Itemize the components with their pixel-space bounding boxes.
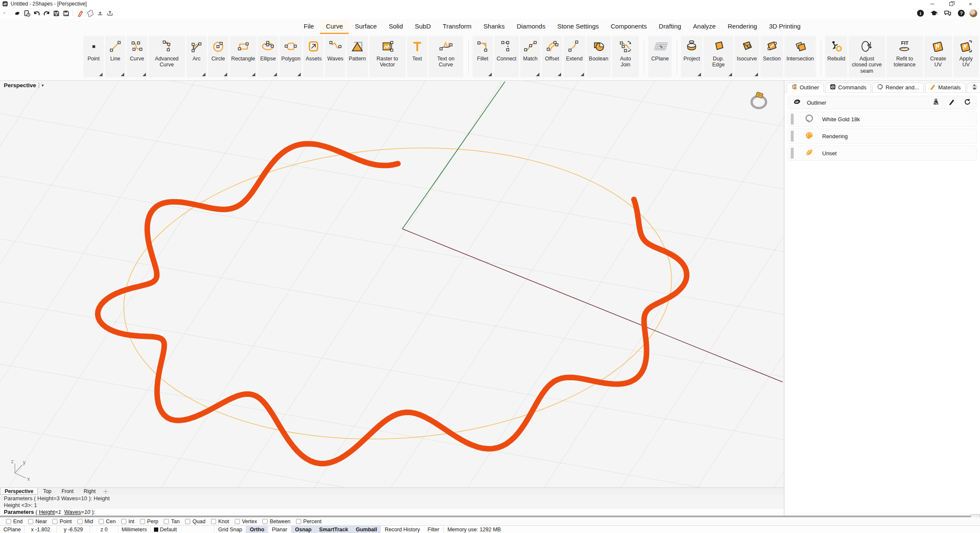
status-toggle-osnap[interactable]: Osnap [291, 526, 315, 533]
academy-icon[interactable] [930, 9, 938, 17]
menu-tab-subd[interactable]: SubD [409, 20, 437, 34]
toolbar-button-match[interactable]: Match [520, 36, 541, 77]
panel-tab-materials[interactable]: Materials [925, 83, 966, 92]
toolbar-button-extend[interactable]: Extend [564, 36, 585, 77]
user-avatar[interactable] [969, 9, 977, 17]
toolbar-button-curve[interactable]: Curve [127, 36, 147, 77]
status-toggle-filter[interactable]: Filter [424, 526, 443, 533]
osnap-toggle-knot[interactable]: Knot [211, 519, 229, 524]
toolbar-button-section[interactable]: Section [761, 36, 783, 77]
menu-tab-diamonds[interactable]: Diamonds [511, 20, 552, 34]
osnap-toggle-int[interactable]: Int [121, 519, 134, 524]
toolbar-button-text-on-curve[interactable]: AaText on Curve [429, 36, 463, 77]
save-icon[interactable] [52, 9, 60, 17]
menu-tab-curve[interactable]: Curve [320, 20, 349, 34]
osnap-toggle-vertex[interactable]: Vertex [235, 519, 257, 524]
menu-tab-components[interactable]: Components [605, 20, 653, 34]
panel-tab-outliner[interactable]: Outliner [786, 83, 824, 92]
prompt-option-height[interactable]: Height [39, 509, 55, 515]
toolbar-button-isocurve[interactable]: Isocurve [735, 36, 759, 77]
stamp-icon[interactable] [86, 9, 94, 17]
checkbox-unchecked[interactable] [52, 519, 57, 524]
status-cell-default[interactable]: Default [151, 526, 214, 533]
toolbar-button-create-uv[interactable]: Create UV [924, 36, 952, 77]
checkbox-unchecked[interactable] [262, 519, 268, 524]
osnap-toggle-cen[interactable]: Cen [99, 519, 116, 524]
toolbar-button-apply-uv[interactable]: Apply UV [953, 36, 979, 77]
toolbar-button-pattern[interactable]: Pattern [347, 36, 368, 77]
info-icon[interactable]: i [917, 9, 924, 17]
viewport-tab-front[interactable]: Front [57, 488, 79, 495]
toolbar-button-offset[interactable]: Offset [542, 36, 562, 77]
menu-tab-rendering[interactable]: Rendering [722, 20, 763, 34]
checkbox-unchecked[interactable] [185, 519, 190, 524]
osnap-toggle-end[interactable]: End [6, 519, 23, 524]
toolbar-button-text[interactable]: Text [407, 36, 427, 77]
osnap-toggle-mid[interactable]: Mid [77, 519, 93, 524]
chat-icon[interactable] [944, 9, 952, 17]
weight-icon[interactable]: Kg [932, 98, 940, 107]
toolbar-button-auto-join[interactable]: Auto Join [612, 36, 639, 77]
status-cell-cplane[interactable]: CPlane [0, 526, 25, 533]
viewport-tab-perspective[interactable]: Perspective [0, 488, 38, 495]
undo-icon[interactable] [33, 9, 41, 17]
toolbar-button-arc[interactable]: Arc [186, 36, 207, 77]
menu-tab-transform[interactable]: Transform [437, 20, 478, 34]
toolbar-button-fillet[interactable]: Fillet [473, 36, 493, 77]
checkbox-unchecked[interactable] [140, 519, 145, 524]
panel-tab-render-and[interactable]: Render and... [872, 83, 924, 92]
menu-tab-file[interactable]: File [298, 20, 320, 34]
status-toggle-smarttrack[interactable]: SmartTrack [315, 526, 352, 533]
menu-tab-drafting[interactable]: Drafting [653, 20, 687, 34]
checkbox-unchecked[interactable] [99, 519, 104, 524]
command-prompt-input[interactable]: Parameters ( Height=1 Waves=10 ): [0, 509, 784, 516]
material-row-rendering[interactable]: Rendering [788, 128, 977, 144]
toolbar-button-advanced-curve[interactable]: Advanced Curve [148, 36, 185, 77]
osnap-toggle-between[interactable]: Between [262, 519, 291, 524]
osnap-toggle-perp[interactable]: Perp [140, 519, 158, 524]
toolbar-button-dup-edge[interactable]: Dup. Edge [704, 36, 733, 77]
toolbar-button-cplane[interactable]: CPlane [648, 36, 672, 77]
panel-tab-commands[interactable]: Commands [825, 83, 871, 92]
toolbar-button-boolean[interactable]: Boolean [587, 36, 611, 77]
menu-tab-3d-printing[interactable]: 3D Printing [763, 20, 806, 34]
toolbar-button-rectangle[interactable]: Rectangle [230, 36, 256, 77]
minimize-button[interactable] [923, 0, 942, 8]
material-row-unset[interactable]: Unset [788, 145, 977, 161]
refresh-icon[interactable] [964, 98, 971, 107]
toolbar-button-circle[interactable]: Circle [208, 36, 228, 77]
checkbox-unchecked[interactable] [211, 519, 216, 524]
toolbar-close-icon[interactable]: × [1, 10, 7, 16]
toolbar-button-connect[interactable]: Connect [494, 36, 519, 77]
osnap-toggle-near[interactable]: Near [28, 519, 47, 524]
file-history-icon[interactable] [23, 9, 31, 17]
marker-icon[interactable] [77, 9, 85, 17]
status-toggle-planar[interactable]: Planar [268, 526, 291, 533]
viewport-tab-add-button[interactable] [103, 488, 108, 495]
status-toggle-record-history[interactable]: Record History [381, 526, 424, 533]
close-button[interactable]: × [961, 0, 980, 8]
incremental-save-icon[interactable] [62, 9, 70, 17]
toolbar-button-adjust-closed-curve-seam[interactable]: Adjust closed curve seam [849, 36, 885, 77]
checkbox-unchecked[interactable] [6, 519, 11, 524]
toolbar-button-rebuild[interactable]: Rebuild [825, 36, 847, 77]
status-toggle-grid-snap[interactable]: Grid Snap [214, 526, 246, 533]
restore-button[interactable] [942, 0, 961, 8]
osnap-toggle-quad[interactable]: Quad [185, 519, 205, 524]
toolbar-button-intersection[interactable]: Intersection [784, 36, 816, 77]
viewport-canvas[interactable]: z y x Perspective ▾ [0, 81, 784, 487]
checkbox-unchecked[interactable] [121, 519, 126, 524]
status-toggle-gumball[interactable]: Gumball [352, 526, 381, 533]
status-cell-millimeters[interactable]: Millimeters [118, 526, 151, 533]
material-row-white-gold-18k[interactable]: 18KWhite Gold 18k [788, 111, 977, 127]
prompt-option-waves[interactable]: Waves [64, 509, 81, 515]
osnap-toggle-tan[interactable]: Tan [164, 519, 179, 524]
app-swoosh-icon[interactable] [13, 9, 21, 17]
checkbox-unchecked[interactable] [235, 519, 240, 524]
toolbar-button-line[interactable]: Line [105, 36, 125, 77]
toolbar-button-waves[interactable]: Waves [325, 36, 345, 77]
menu-tab-shanks[interactable]: Shanks [478, 20, 511, 34]
checkbox-unchecked[interactable] [296, 519, 301, 524]
osnap-toggle-point[interactable]: Point [52, 519, 72, 524]
toolbar-button-point[interactable]: Point [83, 36, 104, 77]
